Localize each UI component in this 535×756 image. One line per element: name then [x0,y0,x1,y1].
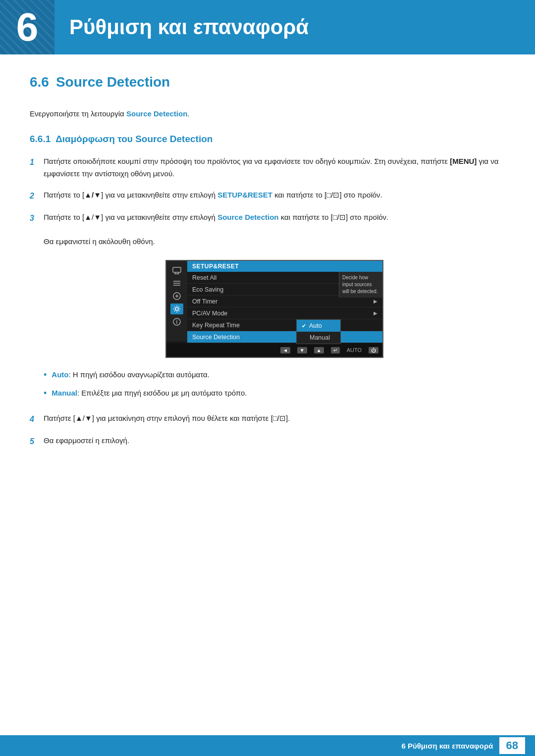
bullet-list: • Auto: Η πηγή εισόδου αναγνωρίζεται αυτ… [44,369,505,401]
osd-submenu: ✔ Auto Manual [296,319,341,344]
steps-list: 1 Πατήστε οποιοδήποτε κουμπί στην πρόσοψ… [30,155,505,248]
svg-rect-0 [173,267,181,272]
osd-section-title: SETUP&RESET [187,261,382,272]
nav-left: ◄ [280,347,290,353]
nav-auto: AUTO [347,347,362,353]
osd-submenu-auto: ✔ Auto [297,320,340,332]
step-4: 4 Πατήστε [▲/▼] για μετακίνηση στην επιλ… [30,412,505,426]
nav-down: ▼ [297,347,307,353]
nav-up: ▲ [314,347,324,353]
footer-chapter-label: 6 Ρύθμιση και επαναφορά [401,742,493,750]
subsection-heading: 6.6.1 Διαμόρφωση του Source Detection [30,134,505,145]
footer-page-number: 68 [499,737,525,754]
step-2: 2 Πατήστε το [▲/▼] για να μετακινηθείτε … [30,189,505,202]
bullet-manual: • Manual: Επιλέξτε μια πηγή εισόδου με μ… [44,387,505,401]
step-5: 5 Θα εφαρμοστεί η επιλογή. [30,435,505,448]
osd-screenshot: i SETUP&RESET Reset All Eco Saving Off O… [44,260,505,358]
osd-bottom-bar: ◄ ▼ ▲ ↵ AUTO ⏻ [166,343,382,357]
section-heading: 6.6Source Detection [30,74,505,94]
step-3: 3 Πατήστε το [▲/▼] για να μετακινηθείτε … [30,211,505,248]
osd-row-source-detection: Source Detection [187,331,382,343]
nav-enter: ↵ [331,347,340,353]
chapter-title: Ρύθμιση και επαναφορά [54,0,323,54]
nav-power: ⏻ [369,347,378,353]
chapter-number: 6 [0,0,54,54]
info-icon: i [170,316,183,327]
intro-paragraph: Ενεργοποιήστε τη λειτουργία Source Detec… [30,108,505,120]
chapter-header: 6 Ρύθμιση και επαναφορά [0,0,535,54]
osd-tooltip: Decide how input sources will be detecte… [339,272,382,298]
lines-icon [170,278,183,289]
steps-list-continued: 4 Πατήστε [▲/▼] για μετακίνηση στην επιλ… [30,412,505,449]
osd-submenu-manual: Manual [297,332,340,344]
osd-menu: i SETUP&RESET Reset All Eco Saving Off O… [165,260,383,358]
monitor-icon [170,265,183,276]
step-1: 1 Πατήστε οποιοδήποτε κουμπί στην πρόσοψ… [30,155,505,180]
gear-icon [170,303,183,314]
svg-point-8 [175,307,178,310]
osd-row-key-repeat: Key Repeat Time [187,319,382,331]
osd-sidebar: i [166,261,187,341]
bullet-auto: • Auto: Η πηγή εισόδου αναγνωρίζεται αυτ… [44,369,505,382]
svg-text:i: i [176,319,178,325]
page-content: 6.6Source Detection Ενεργοποιήστε τη λει… [0,74,535,500]
osd-row-pcav-mode: PC/AV Mode ▶ [187,307,382,319]
page-footer: 6 Ρύθμιση και επαναφορά 68 [0,735,535,756]
arrows-icon [170,291,183,302]
